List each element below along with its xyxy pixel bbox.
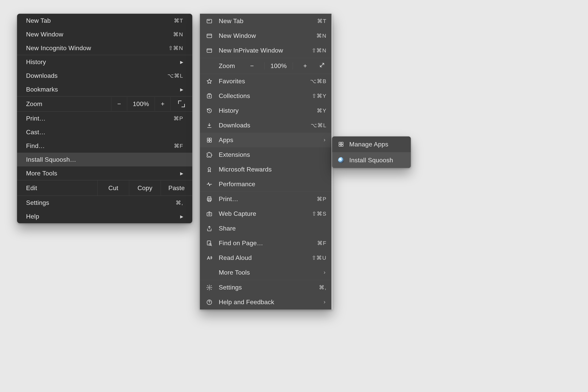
edge-menu: New Tab ⌘T New Window ⌘N New InPrivate W…	[200, 14, 332, 310]
label: Cast…	[26, 128, 183, 136]
svg-rect-10	[210, 140, 211, 142]
star-icon	[206, 78, 213, 85]
shortcut: ⌘T	[303, 18, 326, 24]
cut-button[interactable]: Cut	[98, 180, 129, 196]
submenu-arrow-icon: ▸	[180, 170, 183, 177]
svg-rect-5	[207, 48, 212, 52]
menu-item-rewards[interactable]: Microsoft Rewards	[200, 162, 332, 177]
menu-item-cast[interactable]: Cast…	[17, 125, 192, 139]
menu-item-more-tools[interactable]: More Tools ▸	[17, 166, 192, 180]
menu-item-history[interactable]: History ▸	[17, 55, 192, 69]
label: Extensions	[219, 151, 326, 158]
menu-item-read-aloud[interactable]: Read Aloud ⇧⌘U	[200, 250, 332, 265]
zoom-in-button[interactable]: +	[155, 97, 170, 111]
menu-item-help[interactable]: Help and Feedback	[200, 295, 332, 310]
label: More Tools	[219, 269, 318, 276]
label: Collections	[219, 92, 298, 100]
menu-item-downloads[interactable]: Downloads ⌥⌘L	[200, 118, 332, 133]
svg-rect-0	[207, 19, 212, 23]
shortcut: ⇧⌘N	[303, 47, 326, 54]
label: History	[26, 58, 176, 66]
menu-item-find[interactable]: Find… ⌘F	[17, 139, 192, 153]
fullscreen-button[interactable]	[170, 97, 192, 111]
submenu-arrow-icon	[322, 136, 326, 144]
menu-item-settings[interactable]: Settings ⌘,	[17, 196, 192, 210]
zoom-out-button[interactable]: −	[111, 97, 127, 111]
window-icon	[206, 32, 213, 40]
menu-item-history[interactable]: History ⌘Y	[200, 103, 332, 118]
shortcut: ⌥⌘B	[303, 78, 326, 84]
label: Help	[26, 213, 176, 220]
shortcut: ⌘F	[303, 240, 326, 246]
menu-item-settings[interactable]: Settings ⌘,	[200, 280, 332, 295]
menu-item-new-tab[interactable]: New Tab ⌘T	[17, 14, 192, 28]
menu-item-extensions[interactable]: Extensions	[200, 148, 332, 162]
shortcut: ⌥⌘L	[303, 122, 326, 128]
label: Install Squoosh…	[26, 156, 183, 163]
zoom-value: 100%	[127, 97, 155, 111]
squoosh-icon	[338, 156, 344, 164]
svg-point-16	[208, 213, 210, 215]
help-icon	[206, 299, 213, 306]
label: History	[219, 107, 298, 114]
menu-item-find[interactable]: Find on Page… ⌘F	[200, 236, 332, 250]
menu-item-collections[interactable]: Collections ⇧⌘Y	[200, 88, 332, 103]
menu-item-bookmarks[interactable]: Bookmarks ▸	[17, 82, 192, 96]
history-icon	[206, 107, 213, 114]
menu-item-more-tools[interactable]: More Tools	[200, 265, 332, 280]
zoom-in-button[interactable]: +	[301, 62, 310, 70]
menu-item-performance[interactable]: Performance	[200, 177, 332, 192]
menu-item-new-tab[interactable]: New Tab ⌘T	[200, 14, 332, 28]
shortcut: ⇧⌘N	[160, 45, 183, 51]
svg-rect-8	[210, 138, 211, 140]
label: Help and Feedback	[219, 298, 318, 306]
svg-rect-4	[207, 34, 212, 38]
submenu-manage-apps[interactable]: Manage Apps	[332, 136, 411, 152]
svg-rect-12	[208, 197, 211, 198]
fullscreen-button[interactable]	[318, 62, 326, 70]
menu-item-downloads[interactable]: Downloads ⌥⌘L	[17, 69, 192, 82]
menu-item-new-window[interactable]: New Window ⌘N	[200, 28, 332, 43]
shortcut: ⌥⌘L	[160, 72, 183, 79]
fullscreen-icon	[178, 100, 185, 107]
settings-icon	[206, 284, 213, 291]
menu-item-print[interactable]: Print… ⌘P	[200, 192, 332, 206]
download-icon	[206, 122, 213, 129]
print-icon	[206, 196, 213, 203]
menu-item-new-incognito[interactable]: New Incognito Window ⇧⌘N	[17, 41, 192, 55]
label: Manage Apps	[349, 141, 405, 148]
label: Downloads	[26, 72, 155, 80]
menu-item-install-squoosh[interactable]: Install Squoosh…	[17, 153, 192, 166]
apps-icon	[338, 141, 344, 148]
chrome-menu: New Tab ⌘T New Window ⌘N New Incognito W…	[17, 14, 192, 223]
svg-rect-7	[207, 138, 209, 140]
paste-button[interactable]: Paste	[161, 180, 192, 196]
svg-point-19	[208, 287, 210, 288]
menu-item-print[interactable]: Print… ⌘P	[17, 112, 192, 125]
label: Performance	[219, 180, 326, 188]
svg-rect-24	[341, 144, 343, 146]
menu-item-apps[interactable]: Apps	[200, 133, 332, 148]
label: Apps	[219, 136, 318, 144]
share-icon	[206, 225, 213, 232]
label: New Tab	[26, 17, 155, 24]
label: Microsoft Rewards	[219, 166, 326, 173]
menu-item-new-inprivate[interactable]: New InPrivate Window ⇧⌘N	[200, 43, 332, 58]
zoom-value: 100%	[264, 62, 293, 70]
submenu-install-squoosh[interactable]: Install Squoosh	[332, 152, 411, 168]
menu-item-web-capture[interactable]: Web Capture ⇧⌘S	[200, 206, 332, 221]
svg-rect-21	[339, 142, 341, 144]
copy-button[interactable]: Copy	[129, 180, 160, 196]
window-icon	[206, 47, 213, 54]
svg-point-1	[208, 20, 208, 20]
shortcut: ⌘N	[160, 31, 183, 38]
menu-item-share[interactable]: Share	[200, 221, 332, 236]
menu-item-new-window[interactable]: New Window ⌘N	[17, 28, 192, 41]
label: Web Capture	[219, 210, 298, 217]
label: New Window	[219, 32, 298, 40]
zoom-out-button[interactable]: −	[248, 62, 256, 70]
zoom-row: Zoom − 100% +	[200, 58, 332, 74]
menu-item-favorites[interactable]: Favorites ⌥⌘B	[200, 74, 332, 88]
menu-item-help[interactable]: Help ▸	[17, 210, 192, 223]
label: Find…	[26, 142, 155, 150]
